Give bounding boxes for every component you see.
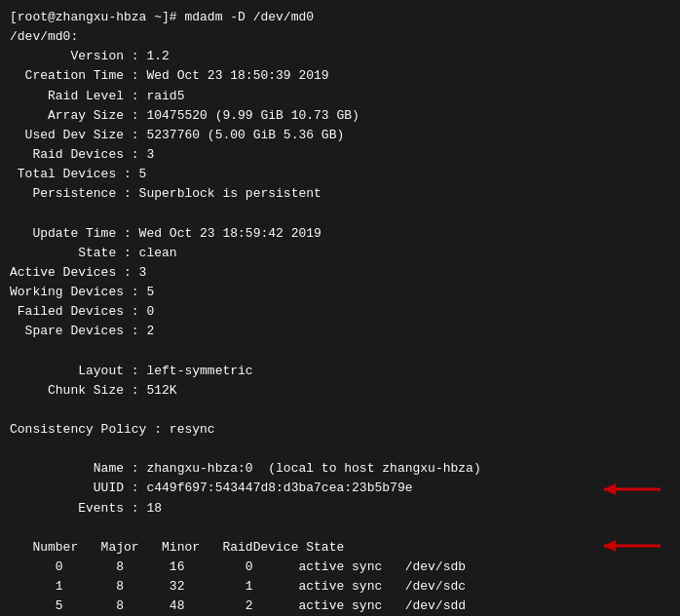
table-row-0: 0 8 16 0 active sync /dev/sdb [10,558,670,577]
table-row-5: 5 8 48 2 active sync /dev/sdd [10,597,670,616]
blank5 [10,519,670,538]
terminal-window: [root@zhangxu-hbza ~]# mdadm -D /dev/md0… [0,0,680,616]
blank3 [10,401,670,420]
failed-devices-line: Failed Devices : 0 [10,302,670,322]
working-devices-line: Working Devices : 5 [10,283,670,302]
blank2 [10,341,670,361]
arrow-spare-icon [594,532,662,559]
spare-devices-line: Spare Devices : 2 [10,322,670,341]
layout-line: Layout : left-symmetric [10,362,670,381]
persistence-line: Persistence : Superblock is persistent [10,184,670,204]
used-dev-size-line: Used Dev Size : 5237760 (5.00 GiB 5.36 G… [10,126,670,145]
array-size-line: Array Size : 10475520 (9.99 GiB 10.73 GB… [10,106,670,126]
active-devices-line: Active Devices : 3 [10,263,670,283]
state-line: State : clean [10,244,670,263]
creation-time-line: Creation Time : Wed Oct 23 18:50:39 2019 [10,66,670,86]
svg-marker-3 [604,540,616,552]
raid-devices-line: Raid Devices : 3 [10,145,670,165]
table-row-1: 1 8 32 1 active sync /dev/sdc [10,577,670,597]
table-header-line: Number Major Minor RaidDevice State [10,538,670,558]
chunk-size-line: Chunk Size : 512K [10,381,670,401]
consistency-policy-line: Consistency Policy : resync [10,420,670,440]
command-line: [root@zhangxu-hbza ~]# mdadm -D /dev/md0 [10,8,670,27]
blank1 [10,204,670,223]
total-devices-line: Total Devices : 5 [10,165,670,184]
uuid-line: UUID : c449f697:543447d8:d3ba7cea:23b5b7… [10,479,670,498]
svg-marker-1 [604,483,616,495]
events-line: Events : 18 [10,499,670,519]
output-header: /dev/md0: [10,27,670,47]
version-line: Version : 1.2 [10,47,670,66]
blank4 [10,440,670,459]
name-line: Name : zhangxu-hbza:0 (local to host zha… [10,459,670,479]
arrow-active-sync-icon [594,476,662,503]
raid-level-line: Raid Level : raid5 [10,87,670,106]
update-time-line: Update Time : Wed Oct 23 18:59:42 2019 [10,224,670,244]
